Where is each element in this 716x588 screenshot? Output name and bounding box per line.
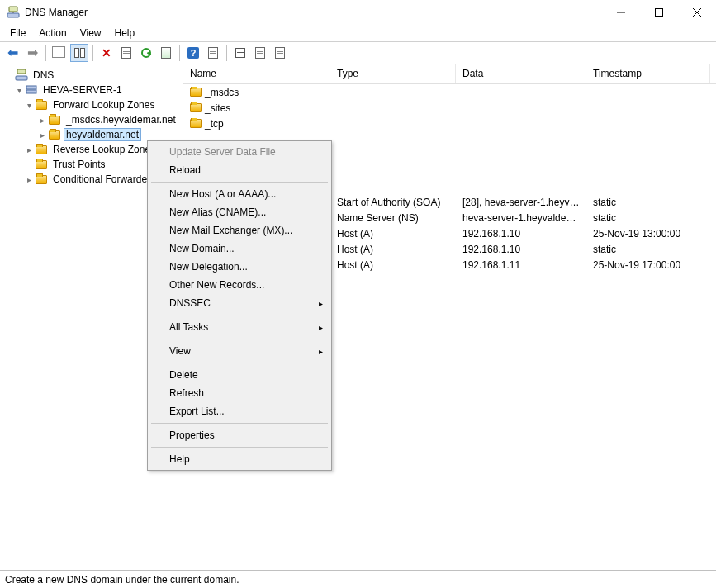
toolbar-separator xyxy=(92,45,93,61)
ctx-delete[interactable]: Delete xyxy=(149,366,330,384)
expander-icon[interactable]: ▾ xyxy=(23,101,35,110)
column-type[interactable]: Type xyxy=(330,64,456,83)
refresh-button[interactable] xyxy=(137,44,155,62)
close-button[interactable] xyxy=(678,0,716,25)
properties-button[interactable] xyxy=(117,44,135,62)
maximize-button[interactable] xyxy=(640,0,678,25)
ctx-update-server-data: Update Server Data File xyxy=(149,143,330,161)
ctx-separator xyxy=(151,339,328,339)
panes-icon xyxy=(74,48,85,58)
up-button[interactable] xyxy=(50,44,69,62)
ctx-new-alias[interactable]: New Alias (CNAME)... xyxy=(149,203,330,221)
minimize-button[interactable] xyxy=(602,0,640,25)
toolbar-separator xyxy=(179,45,180,61)
toolbar-button[interactable] xyxy=(251,44,269,62)
ctx-label: DNSSEC xyxy=(169,297,211,309)
doc-icon xyxy=(208,47,218,59)
svg-rect-9 xyxy=(26,86,36,89)
cell-timestamp: static xyxy=(586,197,710,208)
tree-node-zone-msdcs[interactable]: ▸ _msdcs.heyvaldemar.net xyxy=(0,112,183,127)
dns-icon xyxy=(15,69,28,82)
ctx-reload[interactable]: Reload xyxy=(149,161,330,179)
list-row[interactable]: _msdcs xyxy=(183,84,716,100)
app-icon xyxy=(7,6,20,19)
cell-data: [28], heva-server-1.heyval... xyxy=(456,197,586,208)
ctx-label: All Tasks xyxy=(169,321,208,333)
tree-node-flz[interactable]: ▾ Forward Lookup Zones xyxy=(0,97,183,112)
tree-label: Trust Points xyxy=(51,159,107,170)
cell-timestamp: static xyxy=(586,212,710,224)
toolbar-button[interactable] xyxy=(231,44,249,62)
column-timestamp[interactable]: Timestamp xyxy=(586,64,710,83)
cell-timestamp: 25-Nov-19 13:00:00 xyxy=(586,228,710,239)
list-icon xyxy=(275,47,285,59)
toolbar-button[interactable] xyxy=(204,44,222,62)
toolbar-button[interactable] xyxy=(271,44,289,62)
list-header: Name Type Data Timestamp xyxy=(183,64,716,84)
ctx-refresh[interactable]: Refresh xyxy=(149,384,330,402)
toolbar-separator xyxy=(45,45,46,61)
export-button[interactable] xyxy=(157,44,175,62)
refresh-icon xyxy=(141,48,151,58)
toolbar-separator xyxy=(226,45,227,61)
properties-icon xyxy=(121,47,131,59)
list-icon xyxy=(255,47,265,59)
cell-data: 192.168.1.11 xyxy=(456,259,586,271)
forward-button[interactable]: ➡ xyxy=(23,44,41,62)
ctx-export[interactable]: Export List... xyxy=(149,402,330,420)
ctx-separator xyxy=(151,315,328,315)
svg-rect-4 xyxy=(656,9,663,17)
ctx-properties[interactable]: Properties xyxy=(149,426,330,444)
back-button[interactable]: ⬅ xyxy=(3,44,21,62)
expander-icon[interactable]: ▾ xyxy=(13,86,25,95)
folder-icon xyxy=(35,173,48,186)
expander-icon[interactable]: ▸ xyxy=(36,130,48,140)
column-data[interactable]: Data xyxy=(456,64,586,83)
svg-rect-10 xyxy=(26,90,36,93)
tree-node-dns[interactable]: DNS xyxy=(0,68,183,83)
ctx-help[interactable]: Help xyxy=(149,450,330,468)
ctx-dnssec[interactable]: DNSSEC▸ xyxy=(149,294,330,312)
ctx-new-domain[interactable]: New Domain... xyxy=(149,239,330,258)
help-icon: ? xyxy=(187,47,199,59)
tree-label: Reverse Lookup Zones xyxy=(51,144,157,155)
menu-file[interactable]: File xyxy=(5,26,31,40)
server-icon xyxy=(25,83,38,97)
ctx-all-tasks[interactable]: All Tasks▸ xyxy=(149,318,330,336)
delete-button[interactable]: ✕ xyxy=(97,44,116,62)
tree-label: HEVA-SERVER-1 xyxy=(41,84,124,96)
ctx-view[interactable]: View▸ xyxy=(149,342,330,360)
ctx-new-mx[interactable]: New Mail Exchanger (MX)... xyxy=(149,221,330,239)
menu-action[interactable]: Action xyxy=(34,26,71,40)
expander-icon[interactable]: ▸ xyxy=(23,145,35,154)
expander-icon[interactable]: ▸ xyxy=(36,116,48,125)
chevron-right-icon: ▸ xyxy=(319,299,323,308)
expander-icon[interactable]: ▸ xyxy=(23,175,35,184)
menu-view[interactable]: View xyxy=(75,26,107,40)
tree-node-server[interactable]: ▾ HEVA-SERVER-1 xyxy=(0,83,183,97)
svg-rect-8 xyxy=(16,76,27,80)
ctx-other-records[interactable]: Other New Records... xyxy=(149,276,330,294)
cell-data: 192.168.1.10 xyxy=(456,228,586,239)
menu-help[interactable]: Help xyxy=(110,26,140,40)
chevron-right-icon: ▸ xyxy=(319,323,323,332)
cell-name: _tcp xyxy=(183,118,330,130)
list-row[interactable]: _tcp xyxy=(183,116,716,131)
window-title: DNS Manager xyxy=(25,7,602,18)
column-name[interactable]: Name xyxy=(183,64,330,83)
cell-name-text: _sites xyxy=(205,102,230,114)
tree-label: heyvaldemar.net xyxy=(64,129,140,140)
list-row[interactable]: _sites xyxy=(183,100,716,116)
menu-bar: File Action View Help xyxy=(0,25,716,41)
folder-icon xyxy=(48,128,61,141)
ctx-new-delegation[interactable]: New Delegation... xyxy=(149,258,330,276)
status-text: Create a new DNS domain under the curren… xyxy=(5,574,239,586)
cell-timestamp: 25-Nov-19 17:00:00 xyxy=(586,259,710,271)
show-hide-tree-button[interactable] xyxy=(70,44,88,62)
folder-icon xyxy=(48,113,61,126)
folder-icon xyxy=(190,103,202,112)
ctx-separator xyxy=(151,423,328,424)
cell-name-text: _tcp xyxy=(205,118,224,130)
ctx-new-host[interactable]: New Host (A or AAAA)... xyxy=(149,185,330,203)
help-button[interactable]: ? xyxy=(184,44,202,62)
